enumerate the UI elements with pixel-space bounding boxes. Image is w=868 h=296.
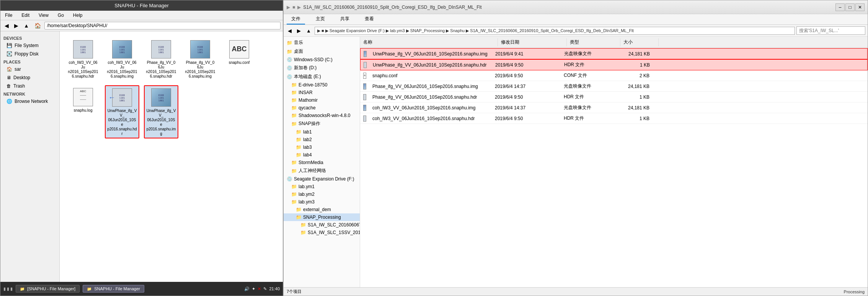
ribbon-tab-share[interactable]: 共享 [336,14,354,24]
nav-item[interactable]: 📁lab3 [284,143,360,151]
file-type-cell: CONF 文件 [561,72,614,80]
nav-item[interactable]: 📁qycache [284,104,360,112]
nav-item[interactable]: 💿本地磁盘 (E:) [284,72,360,81]
nav-item[interactable]: 💿新加卷 (D:) [284,63,360,72]
file-size-cell: 24,181 KB [614,83,653,90]
fm-file-item[interactable]: ABCsnaphu.conf [222,37,256,81]
nav-item[interactable]: 📁Mathomir [284,96,360,104]
win-address-box[interactable]: ▶ ■ ▶ Seagate Expansion Drive (F:) ▶ lab… [315,27,795,35]
win-back-btn[interactable]: ◀ [286,27,294,35]
sidebar-item-network[interactable]: 🌐 Browse Network [0,97,59,106]
nav-item[interactable]: 📁音乐 [284,38,360,47]
file-size-cell: 1 KB [614,94,653,101]
fm-file-item[interactable]: 010011011001Phase_ifg_VV_06Ju n2016_10Se… [183,37,217,81]
ribbon-tab-home[interactable]: 主页 [311,14,330,24]
maximize-button[interactable]: □ [845,3,855,11]
nav-item[interactable]: 📁人工神经网络 [284,166,360,175]
folder-icon: 📁 [300,222,306,228]
nav-item-label: lab2 [303,137,312,142]
nav-item[interactable]: 📁lab1 [284,128,360,136]
sidebar-item-floppy[interactable]: 💽 Floppy Disk [0,50,59,58]
nav-item[interactable]: 📁external_dem [284,206,360,213]
nav-item[interactable]: 💿Windows-SSD (C:) [284,56,360,63]
ribbon-tab-file[interactable]: 文件 [287,14,305,24]
menu-help[interactable]: Help [72,12,84,19]
col-header-size[interactable]: 大小 [620,38,659,46]
file-type-icon [360,83,369,90]
folder-icon: 📁 [287,49,292,54]
nav-item[interactable]: 📁lab.ym1 [284,183,360,190]
win-forward-btn[interactable]: ▶ [295,27,303,35]
address-bar[interactable] [44,22,281,29]
close-button[interactable]: ✕ [855,3,865,11]
win-file-row[interactable]: UnwPhase_ifg_VV_06Jun2016_10Sep2016.snap… [360,59,868,70]
nav-item[interactable]: 📁lab.ym2 [284,190,360,198]
col-header-date[interactable]: 修改日期 [498,38,567,46]
win-search-input[interactable] [796,26,865,35]
nav-item[interactable]: 📁SNAP_Processing [284,213,360,221]
file-date-cell: 2019/6/4 9:50 [492,94,561,101]
folder-icon: 📁 [296,145,302,150]
nav-item[interactable]: 📁ShadowsocksR-win-4.8.0 [284,112,360,119]
nav-item[interactable]: 📁桌面 [284,47,360,56]
file-icon: ABC [228,39,250,59]
menu-edit[interactable]: Edit [20,12,31,19]
back-button[interactable]: ◀ [3,21,11,30]
fm-file-item[interactable]: 010011011001coh_IW3_VV_06Ju n2016_10Sep2… [66,37,100,81]
win-file-row[interactable]: coh_IW3_VV_06Jun2016_10Sep2016.snaphu.hd… [360,113,868,124]
menu-file[interactable]: File [3,12,14,19]
nav-item-label: SNAP_Processing [303,215,341,220]
nav-item[interactable]: 📁lab2 [284,136,360,143]
nav-item[interactable]: 📁S1A_IW_SLC_20160606T12253 [284,221,360,229]
file-name-cell: UnwPhase_ifg_VV_06Jun2016_10Sep2016.snap… [370,50,492,57]
fm-menubar: File Edit View Go Help [0,11,283,20]
ribbon-tab-view[interactable]: 查看 [360,14,379,24]
win-file-row[interactable]: Phase_ifg_VV_06Jun2016_10Sep2016.snaphu.… [360,92,868,102]
nav-item[interactable]: 📁E-drive-18750 [284,81,360,89]
nav-item-label: lab.ym2 [299,192,315,197]
win-file-row[interactable]: coh_IW3_VV_06Jun2016_10Sep2016.snaphu.im… [360,102,868,113]
fm-file-item[interactable]: 010011011001UnwPhase_ifg_VV_ 06Jun2016_1… [144,85,178,138]
win-up-btn[interactable]: ▲ [304,27,313,35]
win-col-headers: 名称 修改日期 类型 大小 [360,37,868,48]
sidebar-item-sar[interactable]: 🏠 sar [0,65,59,73]
nav-item[interactable]: 📁lab4 [284,151,360,159]
drive-icon: 💿 [287,57,292,62]
nav-item[interactable]: 💿Seagate Expansion Drive (F:) [284,175,360,183]
sidebar-item-desktop[interactable]: 🖥 Desktop [0,73,59,82]
fm-file-item[interactable]: 010011011001coh_IW3_VV_06Ju n2016_10Sep2… [105,37,139,81]
nav-item-label: 新加卷 (D:) [294,65,317,71]
nav-item[interactable]: 📁INSAR [284,89,360,96]
file-size-cell: 24,181 KB [615,50,653,57]
trash-label: Trash [13,83,25,89]
win-addressbar-row: ◀ ▶ ▲ ▶ ■ ▶ Seagate Expansion Drive (F:)… [284,25,868,37]
file-icon: 010011011001← [111,88,133,107]
fm-file-item[interactable]: ABC————snaphu.log [66,85,100,138]
up-button[interactable]: ▲ [22,21,31,30]
win-file-row[interactable]: ≡snaphu.conf2019/6/4 9:50CONF 文件2 KB [360,70,868,81]
forward-button[interactable]: ▶ [12,21,20,30]
nav-item[interactable]: 📁StormMedia [284,159,360,166]
taskbar-btn-snaphu2[interactable]: 📁 SNAPHU - File Manager [83,285,144,293]
menu-go[interactable]: Go [56,12,65,19]
win-file-row[interactable]: Phase_ifg_VV_06Jun2016_10Sep2016.snaphu.… [360,81,868,92]
menu-view[interactable]: View [37,12,50,19]
col-header-name[interactable]: 名称 [360,38,498,46]
fm-file-item[interactable]: 010011011001Phase_ifg_VV_06Ju n2016_10Se… [144,37,178,81]
folder-icon: 📁 [291,192,297,197]
minimize-button[interactable]: – [835,3,845,11]
win-file-row[interactable]: UnwPhase_ifg_VV_06Jun2016_10Sep2016.snap… [360,48,868,59]
file-name-label: snaphu.conf [229,60,250,65]
nav-item[interactable]: 📁SNAP操作 [284,119,360,128]
sidebar-item-trash[interactable]: 🗑 Trash [0,82,59,90]
file-count-status: 7个项目 [287,289,302,294]
file-name-cell: UnwPhase_ifg_VV_06Jun2016_10Sep2016.snap… [370,62,492,68]
nav-item[interactable]: 📁lab.ym3 [284,198,360,206]
fm-file-item[interactable]: 010011011001←UnwPhase_ifg_VV_ 06Jun2016_… [105,85,139,138]
taskbar-btn-snaphu1[interactable]: 📁 [SNAPHU - File Manager] [16,285,80,293]
sidebar-item-filesystem[interactable]: 💾 File System [0,41,59,50]
nav-item[interactable]: 📁S1A_IW_SLC_1SSV_20160909T12351 [284,229,360,236]
home-button[interactable]: 🏠 [33,21,43,30]
nav-item-label: 本地磁盘 (E:) [294,73,321,80]
col-header-type[interactable]: 类型 [567,38,620,46]
